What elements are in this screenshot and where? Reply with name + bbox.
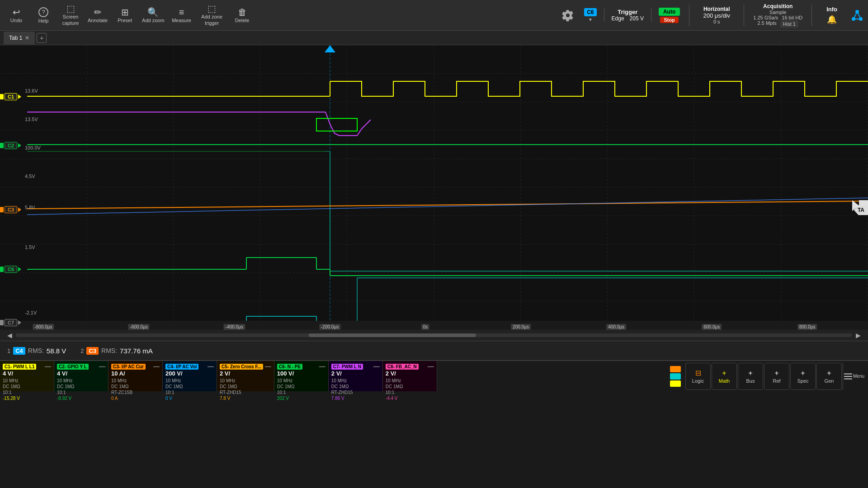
gen-button[interactable]: + Gen — [816, 363, 842, 390]
ch-info-c3[interactable]: C3- I/P AC Cur — 10 A/ 10 MHz DC 1MΩ RT-… — [108, 361, 163, 391]
waveform-svg — [0, 45, 868, 330]
scroll-track[interactable] — [16, 333, 852, 337]
c6-menu-icon[interactable]: — — [319, 363, 326, 370]
acquisition-mode: Sample — [769, 9, 786, 15]
measurement-2: 2 C3 RMS: 737.76 mA — [80, 347, 152, 355]
c2-detail: 4 V/ 10 MHz DC 1MΩ 10:1 -8.92 V — [57, 370, 105, 401]
undo-button[interactable]: ↩ Undo — [4, 2, 29, 28]
logic-button[interactable]: ⊟ Logic — [685, 363, 711, 390]
ch-info-c5[interactable]: C5- Zero Cross F... — 2 V/ 10 MHz DC 1MΩ… — [217, 361, 274, 391]
time-marker-7: 400.0μs — [606, 324, 626, 330]
trigger-type[interactable]: Edge — [612, 15, 624, 22]
meas-2-label: RMS: — [101, 347, 117, 354]
preset-button[interactable]: ⊞ Preset — [112, 2, 137, 28]
ch-info-c7[interactable]: C7- PWM L N — 2 V/ 10 MHz DC 1MΩ RT-ZHD1… — [329, 361, 383, 391]
help-label: Help — [38, 18, 49, 23]
ref-button[interactable]: + Ref — [764, 363, 789, 390]
math-button[interactable]: + Math — [712, 363, 737, 390]
tab-add-button[interactable]: + — [37, 33, 47, 43]
volt-marker-2: 13.5V — [25, 117, 38, 122]
scroll-thumb[interactable] — [309, 333, 476, 337]
ch7-color-bar — [0, 320, 4, 325]
ch2-badge: C2 — [5, 142, 17, 149]
add-zone-trigger-label: Add zonetrigger — [201, 14, 222, 26]
scrollbar-area: ◀ ▶ — [0, 330, 868, 341]
help-button[interactable]: ? Help — [31, 2, 56, 28]
ch3-label[interactable]: C3 — [0, 206, 21, 213]
c5-menu-icon[interactable]: — — [265, 363, 271, 370]
c7-menu-icon[interactable]: — — [373, 363, 380, 370]
ch-info-c4[interactable]: C4- I/P AC Vol — 200 V/ 10 MHz DC 1MΩ 10… — [163, 361, 217, 391]
undo-icon: ↩ — [13, 8, 20, 17]
time-axis: -800.0μs -600.0μs -400.0μs -200.0μs 0s 2… — [0, 321, 868, 330]
ch3-badge: C3 — [5, 206, 17, 213]
ch2-label[interactable]: C2 — [0, 142, 21, 149]
stop-label: Stop — [660, 17, 678, 23]
scroll-right-button[interactable]: ▶ — [856, 332, 861, 339]
math-label: Math — [719, 378, 730, 384]
ch-info-c2[interactable]: C2- GPIO Y L — 4 V/ 10 MHz DC 1MΩ 10:1 -… — [54, 361, 108, 391]
c2-menu-icon[interactable]: — — [99, 363, 105, 370]
menu-button[interactable]: Menu — [843, 363, 864, 390]
trigger-title: Trigger — [618, 9, 637, 15]
delete-button[interactable]: 🗑 Delete — [230, 2, 255, 28]
ch6-label[interactable]: C6 — [0, 266, 21, 273]
acquisition-section[interactable]: Acquisition Sample 1.25 GSa/s 16 bit HD … — [753, 3, 802, 28]
ch-info-c1[interactable]: C1- PWM L L1 — 4 V/ 10 MHz DC 1MΩ 10:1 -… — [0, 361, 54, 391]
annotate-button[interactable]: ✏ Annotate — [85, 2, 110, 28]
ch7-label[interactable]: C7 — [0, 319, 21, 326]
tab-close-icon[interactable]: ✕ — [25, 35, 29, 41]
volt-marker-6: 1.5V — [25, 244, 35, 250]
menu-label: Menu — [853, 374, 864, 379]
settings-button[interactable] — [559, 6, 577, 24]
gear-icon — [561, 9, 574, 22]
ch1-badge: C1 — [5, 93, 17, 100]
c6-header-badge: C6- N - PE — [277, 364, 302, 370]
pencil-icon: ✏ — [94, 8, 102, 17]
ch-info-c6[interactable]: C6- N - PE — 100 V/ 10 MHz DC 1MΩ 10:1 2… — [274, 361, 329, 391]
acquisition-rate: 1.25 GSa/s — [753, 15, 778, 20]
preset-icon: ⊞ — [121, 8, 129, 17]
gen-label: Gen — [825, 378, 834, 384]
bus-label: Bus — [746, 378, 755, 384]
add-zoom-button[interactable]: 🔍 Add zoom — [139, 2, 167, 28]
measure-button[interactable]: ≡ Measure — [169, 2, 194, 28]
c8-menu-icon[interactable]: — — [428, 363, 434, 370]
time-marker-4: -200.0μs — [319, 324, 340, 330]
ch1-label[interactable]: C1 — [0, 93, 21, 100]
acquisition-bits: 16 bit HD — [782, 15, 802, 20]
measurement-bar: 1 C4 RMS: 58.8 V 2 C3 RMS: 737.76 mA — [0, 341, 868, 361]
auto-stop-control[interactable]: Auto Stop — [659, 8, 680, 23]
camera-icon: ⬚ — [66, 4, 75, 13]
meas-1-value: 58.8 V — [47, 347, 66, 355]
volt-marker-4: 4.5V — [25, 174, 35, 179]
scroll-left-button[interactable]: ◀ — [7, 332, 12, 339]
c1-menu-icon[interactable]: — — [45, 363, 51, 370]
measure-icon: ≡ — [179, 8, 184, 17]
tabbar: Tab 1 ✕ + — [0, 31, 868, 45]
c7-detail: 2 V/ 10 MHz DC 1MΩ RT-ZHD15 7.86 V — [331, 370, 380, 401]
c4-menu-icon[interactable]: — — [208, 363, 214, 370]
svg-rect-10 — [0, 45, 868, 330]
horizontal-title: Horizontal — [703, 6, 730, 12]
ch3-color-bar — [0, 207, 4, 212]
ch6-badge: C6 — [5, 266, 17, 273]
screen-capture-label: Screencapture — [62, 14, 79, 26]
channel-selector[interactable]: C6 ▼ — [584, 8, 596, 22]
c1-detail: 4 V/ 10 MHz DC 1MΩ 10:1 -15.28 V — [3, 370, 51, 401]
ch-info-c8[interactable]: C8- FB_AC_N — 2 V/ 10 MHz DC 1MΩ 10:1 -4… — [383, 361, 437, 391]
meas-1-badge: C4 — [13, 347, 25, 355]
c3-menu-icon[interactable]: — — [153, 363, 160, 370]
tab-1[interactable]: Tab 1 ✕ — [4, 32, 35, 44]
ch2-color-bar — [0, 143, 4, 148]
volt-marker-5: 5.8V — [25, 205, 35, 210]
bus-button[interactable]: + Bus — [738, 363, 763, 390]
screen-capture-button[interactable]: ⬚ Screencapture — [58, 2, 83, 28]
measure-label: Measure — [172, 18, 191, 23]
horizontal-section[interactable]: Horizontal 200 μs/div 0 s — [698, 6, 735, 24]
bell-icon[interactable]: 🔔 — [827, 14, 837, 24]
time-marker-1: -800.0μs — [33, 324, 54, 330]
spec-button[interactable]: + Spec — [790, 363, 816, 390]
ch7-badge: C7 — [5, 319, 17, 326]
add-zone-trigger-button[interactable]: ⬚ Add zonetrigger — [196, 2, 228, 28]
